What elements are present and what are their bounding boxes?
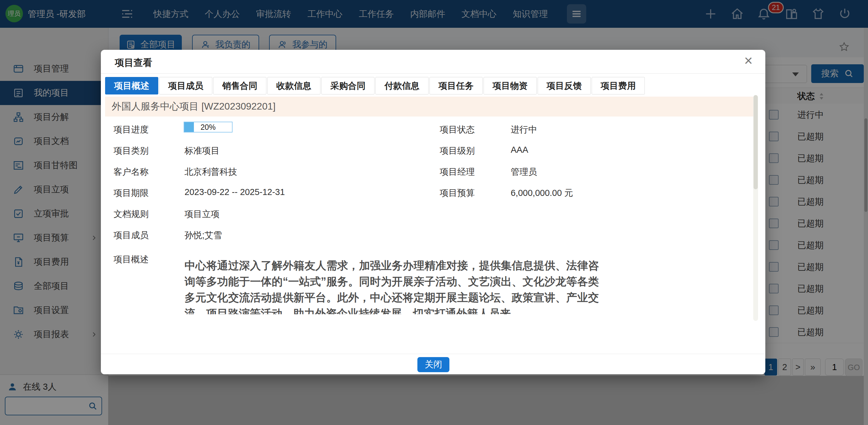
field-label: 项目进度 bbox=[114, 124, 149, 136]
tab-project-feedback[interactable]: 项目反馈 bbox=[537, 77, 591, 95]
overview-label: 项目概述 bbox=[114, 254, 149, 266]
field-label: 项目经理 bbox=[440, 166, 475, 178]
close-button[interactable]: 关闭 bbox=[417, 357, 450, 372]
project-title: 外国人服务中心项目 [WZ2023092201] bbox=[112, 100, 275, 113]
tab-project-overview[interactable]: 项目概述 bbox=[105, 77, 158, 95]
progress-bar: 20% bbox=[184, 122, 232, 132]
tab-project-members[interactable]: 项目成员 bbox=[159, 77, 212, 95]
modal-scrollbar[interactable] bbox=[753, 95, 758, 321]
field-label: 文档规则 bbox=[114, 208, 149, 220]
tab-project-cost[interactable]: 项目费用 bbox=[592, 77, 645, 95]
field-label: 客户名称 bbox=[114, 166, 149, 178]
modal-title: 项目查看 bbox=[115, 57, 152, 69]
field-label: 项目状态 bbox=[440, 124, 475, 136]
project-view-modal: 项目查看 × 项目概述 项目成员 销售合同 收款信息 采购合同 付款信息 项目任… bbox=[101, 50, 765, 374]
field-value: 2023-09-22 -- 2025-12-31 bbox=[185, 187, 285, 197]
field-value: 管理员 bbox=[511, 166, 537, 178]
tab-sales-contracts[interactable]: 销售合同 bbox=[213, 77, 267, 95]
progress-text: 20% bbox=[184, 122, 232, 132]
modal-tabs: 项目概述 项目成员 销售合同 收款信息 采购合同 付款信息 项目任务 项目物资 … bbox=[105, 77, 645, 95]
app-root: 理员 管理员 -研发部 快捷方式 个人办公 审批流转 工作中心 工作任务 内部邮… bbox=[0, 0, 868, 425]
field-value: 北京利普科技 bbox=[185, 166, 237, 178]
field-value: 6,000,000.00 元 bbox=[511, 187, 573, 199]
field-label: 项目类别 bbox=[114, 145, 149, 157]
field-value: 项目立项 bbox=[185, 208, 220, 220]
modal-footer: 关闭 bbox=[101, 354, 765, 374]
field-value: 孙悦;艾雪 bbox=[185, 229, 222, 241]
field-value: 标准项目 bbox=[185, 145, 220, 157]
modal-scrollbar-thumb[interactable] bbox=[753, 95, 758, 189]
tab-receipt-info[interactable]: 收款信息 bbox=[267, 77, 320, 95]
tab-project-materials[interactable]: 项目物资 bbox=[484, 77, 537, 95]
field-label: 项目成员 bbox=[114, 229, 149, 241]
field-label: 项目期限 bbox=[114, 187, 149, 199]
overview-text: 中心将通过深入了解外籍友人需求，加强业务办理精准对接，提供集信息提供、法律咨询等… bbox=[185, 258, 599, 314]
close-icon[interactable]: × bbox=[744, 54, 753, 68]
tab-project-tasks[interactable]: 项目任务 bbox=[430, 77, 483, 95]
field-label: 项目级别 bbox=[440, 145, 475, 157]
project-title-banner: 外国人服务中心项目 [WZ2023092201] bbox=[105, 97, 753, 117]
tab-purchase-contracts[interactable]: 采购合同 bbox=[321, 77, 374, 95]
field-value: 进行中 bbox=[511, 124, 537, 136]
field-value: AAA bbox=[511, 145, 528, 155]
tab-payment-info[interactable]: 付款信息 bbox=[375, 77, 429, 95]
field-label: 项目预算 bbox=[440, 187, 475, 199]
modal-header-divider bbox=[101, 73, 765, 74]
